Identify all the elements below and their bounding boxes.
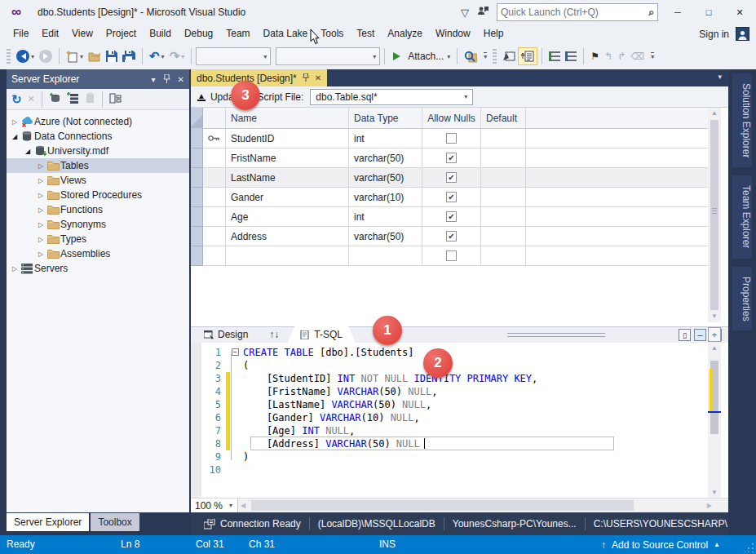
menu-item-help[interactable]: Help [477, 24, 511, 43]
row-selector[interactable] [191, 188, 203, 207]
tab-pin-icon[interactable] [303, 73, 309, 83]
close-panel-icon[interactable]: ✕ [178, 75, 184, 84]
menu-item-team[interactable]: Team [219, 24, 256, 43]
toolbar-overflow-1[interactable]: ▾ [480, 47, 489, 65]
row-selector[interactable] [191, 168, 203, 188]
grid-vertical-scrollbar[interactable]: ▲▼ [708, 108, 721, 322]
tree-item-synonyms[interactable]: ▷Synonyms [7, 217, 189, 232]
collapse-arrow-icon[interactable]: ◢ [23, 148, 33, 155]
expand-arrow-icon[interactable]: ▷ [36, 162, 46, 170]
tree-item-university-mdf[interactable]: ◢University.mdf [7, 144, 189, 158]
save-button[interactable] [104, 47, 120, 65]
navigate-backward-editor-button[interactable] [500, 47, 518, 65]
navigate-forward-button[interactable] [37, 47, 55, 65]
toolbar-overflow-2[interactable]: ▾ [647, 47, 657, 65]
navigate-back-button[interactable]: ▾ [14, 47, 37, 65]
tab-design[interactable]: Design [191, 326, 261, 343]
collapse-arrow-icon[interactable]: ◢ [10, 133, 20, 140]
cell-default[interactable] [481, 188, 526, 207]
expand-arrow-icon[interactable]: ▷ [36, 177, 46, 184]
menu-item-debug[interactable]: Debug [178, 24, 219, 43]
cell-default[interactable] [481, 246, 526, 266]
sign-in-link[interactable]: Sign in [699, 29, 729, 40]
cell-data-type[interactable]: int [349, 129, 422, 148]
indent-increase-button[interactable] [563, 47, 579, 65]
tree-item-assemblies[interactable]: ▷Assemblies [7, 246, 189, 261]
cell-name[interactable]: Gander [226, 188, 349, 207]
allow-nulls-checkbox[interactable]: ✔ [446, 211, 457, 222]
server-explorer-titlebar[interactable]: Server Explorer ▾ ✕ [7, 69, 189, 89]
quick-launch-input[interactable] [501, 7, 648, 18]
side-tab-solution-explorer[interactable]: Solution Explorer [732, 73, 752, 167]
side-tab-team-explorer[interactable]: Team Explorer [732, 175, 752, 258]
menu-item-test[interactable]: Test [350, 24, 381, 43]
tree-item-tables[interactable]: ▷Tables [7, 158, 189, 173]
cell-name[interactable]: LastName [226, 168, 349, 188]
code-line-4[interactable]: 4 [FristName] VARCHAR(50) NULL, [201, 385, 437, 398]
row-selector[interactable] [191, 227, 203, 246]
window-position-icon[interactable]: ▾ [152, 75, 156, 84]
cell-default[interactable] [481, 168, 526, 188]
new-item-button[interactable]: ▾ [64, 47, 86, 65]
cell-data-type[interactable]: int [349, 207, 422, 227]
find-in-files-button[interactable] [462, 47, 480, 65]
user-avatar[interactable] [736, 27, 749, 41]
tree-item-stored-procedures[interactable]: ▷Stored Procedures [7, 188, 189, 202]
allow-nulls-checkbox[interactable] [446, 250, 457, 261]
tree-item-views[interactable]: ▷Views [7, 173, 189, 188]
prev-bookmark-button[interactable]: ↰ [602, 47, 615, 65]
expand-arrow-icon[interactable]: ▷ [10, 118, 20, 126]
code-line-5[interactable]: 5 [LastName] VARCHAR(50) NULL, [201, 398, 431, 411]
save-all-button[interactable] [120, 47, 138, 65]
code-line-1[interactable]: 1−CREATE TABLE [dbo].[Students] [201, 346, 414, 359]
maximize-button[interactable]: □ [697, 3, 720, 21]
clear-bookmarks-button[interactable]: ⌫ [628, 47, 647, 65]
panel-tab-server-explorer[interactable]: Server Explorer [7, 513, 89, 531]
cell-name[interactable] [226, 246, 349, 266]
cell-name[interactable]: StudentID [226, 129, 349, 148]
tab-close-icon[interactable]: ✕ [315, 73, 321, 82]
horizontal-split-button[interactable]: ─ [694, 329, 706, 341]
cell-default[interactable] [481, 227, 526, 246]
tree-item-data-connections[interactable]: ◢Data Connections [7, 129, 189, 144]
toolbar-combo-1[interactable]: ▾ [196, 47, 271, 65]
view-designer-button[interactable] [518, 47, 537, 65]
redo-button[interactable]: ↷▾ [167, 47, 188, 65]
menu-item-edit[interactable]: Edit [35, 24, 65, 43]
side-tab-properties[interactable]: Properties [732, 267, 752, 331]
tree-item-azure-not-connected-[interactable]: ▷Azure (Not connected) [7, 114, 189, 129]
editor-zoom-select[interactable]: 100 %▾ [191, 499, 238, 512]
toolbar-combo-2[interactable]: ▾ [276, 47, 380, 65]
editor-vertical-scrollbar[interactable]: ▲ ▼ [708, 343, 721, 498]
refresh-icon[interactable]: ↻ [11, 92, 22, 107]
cell-default[interactable] [481, 148, 526, 168]
code-line-7[interactable]: 7 [Age] INT NULL, [201, 424, 355, 437]
menu-item-view[interactable]: View [65, 24, 99, 43]
menu-item-analyze[interactable]: Analyze [381, 24, 429, 43]
code-line-2[interactable]: 2( [201, 359, 249, 372]
connect-server-icon[interactable] [67, 92, 79, 106]
cell-default[interactable] [481, 207, 526, 227]
feedback-icon[interactable] [477, 6, 489, 19]
scrollbar-split-handle[interactable]: ÷ [708, 327, 721, 342]
cell-name[interactable]: FristName [226, 148, 349, 168]
pin-icon[interactable] [163, 74, 170, 85]
tab-tsql[interactable]: T-SQL [287, 326, 356, 343]
menu-item-data-lake[interactable]: Data Lake [257, 24, 315, 43]
undo-button[interactable]: ↶▾ [147, 47, 167, 65]
expand-arrow-icon[interactable]: ▷ [36, 236, 46, 243]
row-selector[interactable] [191, 207, 203, 227]
splitter-grip[interactable] [507, 333, 605, 339]
menu-item-build[interactable]: Build [143, 24, 178, 43]
cancel-refresh-icon[interactable]: ✕ [28, 94, 35, 104]
view-diagram-icon[interactable] [109, 93, 122, 106]
cell-data-type[interactable]: varchar(50) [349, 227, 422, 246]
editor-horizontal-scrollbar[interactable]: ◀▶ [238, 499, 728, 512]
swap-panes-button[interactable]: ↑↓ [261, 326, 287, 343]
allow-nulls-checkbox[interactable]: ✔ [446, 231, 457, 242]
add-to-source-control-button[interactable]: ↑ Add to Source Control ▲ [601, 535, 720, 554]
menu-item-project[interactable]: Project [99, 24, 143, 43]
outline-collapse-icon[interactable]: − [232, 348, 239, 356]
bookmark-button[interactable]: ⚑ [588, 47, 602, 65]
indent-decrease-button[interactable] [546, 47, 563, 65]
